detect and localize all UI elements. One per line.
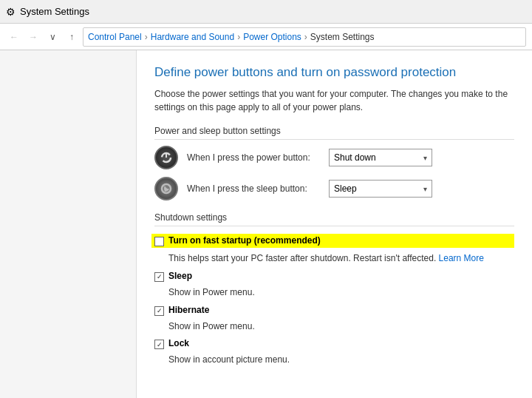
hibernate-label: Hibernate: [168, 305, 209, 315]
title-bar: ⚙ System Settings: [0, 0, 532, 24]
fast-startup-label: Turn on fast startup (recommended): [168, 235, 321, 246]
learn-more-link[interactable]: Learn More: [439, 253, 484, 263]
title-bar-text: System Settings: [20, 6, 89, 17]
power-button-value: Shut down: [334, 152, 376, 163]
breadcrumb-power-options[interactable]: Power Options: [243, 32, 301, 42]
fast-startup-checkbox[interactable]: [154, 237, 164, 246]
sleep-subtext: Show in Power menu.: [168, 286, 514, 299]
hibernate-subtext: Show in Power menu.: [168, 320, 514, 333]
breadcrumb-hardware-sound[interactable]: Hardware and Sound: [151, 32, 234, 42]
page-title: Define power buttons and turn on passwor…: [154, 65, 514, 80]
power-dropdown-arrow: ▾: [423, 154, 427, 162]
hibernate-checkbox[interactable]: [154, 306, 164, 316]
lock-subtext: Show in account picture menu.: [168, 354, 514, 366]
breadcrumb-sep-3: ›: [304, 32, 307, 42]
sleep-button-value: Sleep: [334, 183, 357, 194]
breadcrumb-current: System Settings: [310, 32, 375, 42]
fast-startup-subtext: This helps start your PC faster after sh…: [168, 252, 514, 265]
sleep-button-label: When I press the sleep button:: [187, 183, 320, 194]
power-icon-svg: [160, 151, 173, 164]
forward-button[interactable]: →: [25, 29, 41, 45]
address-bar: ← → ∨ ↑ Control Panel › Hardware and Sou…: [0, 24, 532, 50]
sleep-row: Sleep: [154, 271, 514, 282]
sleep-button-icon: [154, 177, 178, 200]
power-button-row: When I press the power button: Shut down…: [154, 146, 514, 169]
lock-label: Lock: [168, 338, 189, 348]
power-sleep-section-header: Power and sleep button settings: [154, 126, 514, 140]
sidebar: [0, 50, 137, 398]
content-area: Define power buttons and turn on passwor…: [137, 50, 532, 398]
breadcrumb-sep-2: ›: [237, 32, 240, 42]
up-button[interactable]: ↑: [64, 29, 80, 45]
power-button-icon: [154, 146, 178, 169]
main-layout: Define power buttons and turn on passwor…: [0, 50, 532, 398]
breadcrumb-control-panel[interactable]: Control Panel: [88, 32, 142, 42]
description: Choose the power settings that you want …: [154, 87, 509, 114]
breadcrumb: Control Panel › Hardware and Sound › Pow…: [83, 27, 526, 47]
shutdown-settings: Shutdown settings Turn on fast startup (…: [154, 212, 514, 366]
sleep-button-dropdown[interactable]: Sleep ▾: [329, 180, 432, 198]
fast-startup-row: Turn on fast startup (recommended): [151, 234, 514, 248]
breadcrumb-sep-1: ›: [145, 32, 148, 42]
sleep-button-row: When I press the sleep button: Sleep ▾: [154, 177, 514, 200]
dropdown-button[interactable]: ∨: [44, 29, 61, 45]
sleep-checkbox[interactable]: [154, 272, 164, 282]
power-button-dropdown[interactable]: Shut down ▾: [329, 149, 432, 166]
lock-checkbox[interactable]: [154, 340, 164, 349]
power-sleep-settings: Power and sleep button settings When I p…: [154, 126, 514, 200]
power-button-label: When I press the power button:: [187, 152, 320, 163]
sleep-dropdown-arrow: ▾: [423, 185, 427, 193]
hibernate-row: Hibernate: [154, 305, 514, 316]
shutdown-section-header: Shutdown settings: [154, 212, 514, 226]
lock-row: Lock: [154, 338, 514, 349]
sleep-icon-svg: [160, 182, 173, 195]
back-button[interactable]: ←: [6, 29, 22, 45]
sleep-label: Sleep: [168, 271, 192, 281]
app-icon: ⚙: [6, 6, 16, 18]
